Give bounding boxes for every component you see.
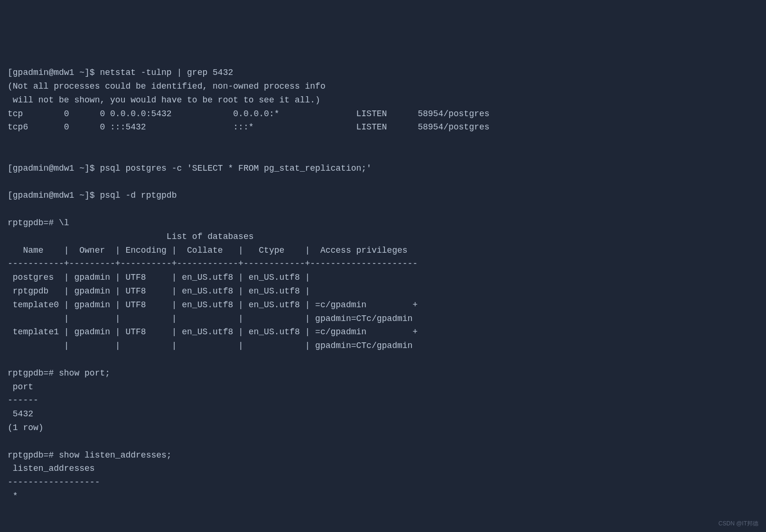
command-line: [gpadmin@mdw1 ~]$ psql -d rptgpdb xyxy=(8,191,177,200)
result-count: (1 row) xyxy=(8,423,44,432)
table-row: rptgpdb | gpadmin | UTF8 | en_US.utf8 | … xyxy=(8,286,315,296)
result-header: port xyxy=(8,382,38,392)
output-line: tcp 0 0 0.0.0.0:5432 0.0.0.0:* LISTEN 58… xyxy=(8,109,489,119)
result-value: 5432 xyxy=(8,409,33,419)
result-header: listen_addresses xyxy=(8,464,100,473)
command-line: [gpadmin@mdw1 ~]$ psql postgres -c 'SELE… xyxy=(8,164,372,173)
psql-command: rptgpdb=# \l xyxy=(8,218,69,228)
psql-command: rptgpdb=# show port; xyxy=(8,368,110,378)
output-line: will not be shown, you would have to be … xyxy=(8,95,320,105)
table-divider: -----------+---------+----------+-------… xyxy=(8,259,418,268)
psql-command: rptgpdb=# show listen_addresses; xyxy=(8,450,172,460)
result-divider: ------------------ xyxy=(8,477,100,487)
result-divider: ------ xyxy=(8,395,38,405)
watermark: CSDN @IT邦德 xyxy=(719,519,758,528)
table-row: | | | | | gpadmin=CTc/gpadmin xyxy=(8,314,412,323)
table-row: template1 | gpadmin | UTF8 | en_US.utf8 … xyxy=(8,327,418,337)
terminal-output: [gpadmin@mdw1 ~]$ netstat -tulnp | grep … xyxy=(8,66,758,503)
table-row: template0 | gpadmin | UTF8 | en_US.utf8 … xyxy=(8,300,418,310)
table-row: postgres | gpadmin | UTF8 | en_US.utf8 |… xyxy=(8,273,315,282)
table-row: | | | | | gpadmin=CTc/gpadmin xyxy=(8,341,412,350)
command-line: [gpadmin@mdw1 ~]$ netstat -tulnp | grep … xyxy=(8,68,233,77)
result-value: * xyxy=(8,491,18,501)
output-line: tcp6 0 0 :::5432 :::* LISTEN 58954/postg… xyxy=(8,122,489,132)
table-header: Name | Owner | Encoding | Collate | Ctyp… xyxy=(8,246,418,255)
output-line: (Not all processes could be identified, … xyxy=(8,82,326,91)
table-title: List of databases xyxy=(8,232,253,241)
